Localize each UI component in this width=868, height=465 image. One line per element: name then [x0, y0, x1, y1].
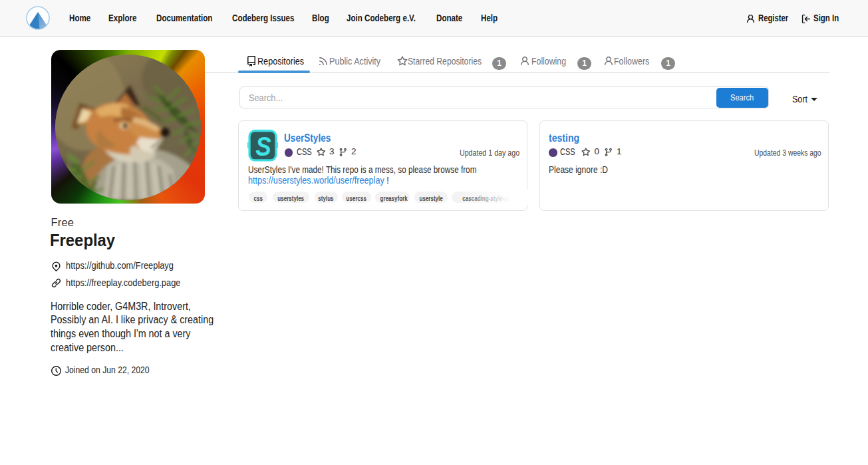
svg-text:S: S: [255, 131, 271, 161]
